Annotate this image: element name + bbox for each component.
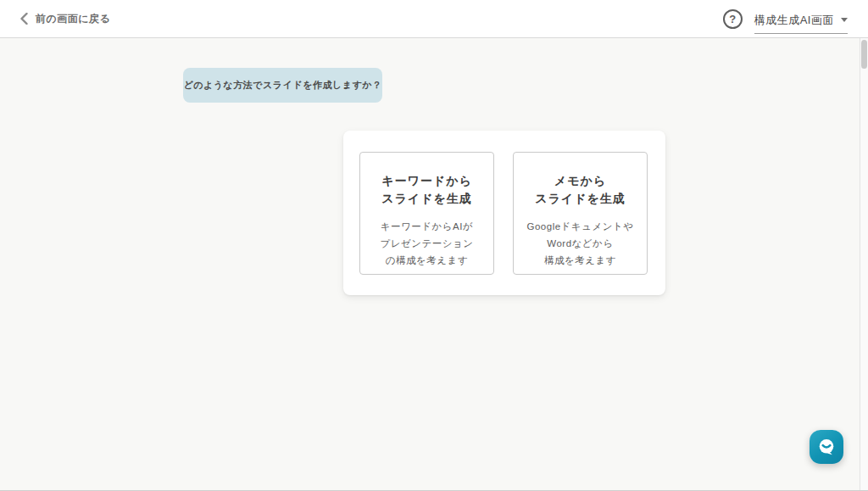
scrollbar-thumb[interactable] xyxy=(861,40,867,69)
option-title: メモから スライドを生成 xyxy=(535,172,626,208)
caret-down-icon xyxy=(841,18,848,22)
screen-selector-label: 構成生成AI画面 xyxy=(754,13,834,28)
help-button[interactable]: ? xyxy=(723,9,743,29)
chat-launcher-button[interactable] xyxy=(810,430,843,464)
question-circle-icon: ? xyxy=(729,13,736,25)
back-button[interactable]: 前の画面に戻る xyxy=(20,12,110,26)
vertical-scrollbar[interactable] xyxy=(860,38,868,490)
option-description: キーワードからAIが プレゼンテーション の構成を考えます xyxy=(380,218,473,269)
option-title: キーワードから スライドを生成 xyxy=(381,172,472,208)
option-keyword-to-slides[interactable]: キーワードから スライドを生成 キーワードからAIが プレゼンテーション の構成… xyxy=(359,152,494,275)
top-bar-right: ? 構成生成AI画面 xyxy=(723,4,848,34)
back-button-label: 前の画面に戻る xyxy=(36,12,110,26)
option-description: Googleドキュメントや Wordなどから 構成を考えます xyxy=(527,218,634,269)
top-bar: 前の画面に戻る ? 構成生成AI画面 xyxy=(0,0,868,38)
options-card: キーワードから スライドを生成 キーワードからAIが プレゼンテーション の構成… xyxy=(343,131,665,295)
option-memo-to-slides[interactable]: メモから スライドを生成 Googleドキュメントや Wordなどから 構成を考… xyxy=(513,152,648,275)
screen-selector-dropdown[interactable]: 構成生成AI画面 xyxy=(754,13,848,34)
chevron-left-icon xyxy=(20,13,28,25)
chat-bubble-smile-icon xyxy=(816,437,837,457)
bot-message-bubble: どのような方法でスライドを作成しますか？ xyxy=(183,68,382,103)
